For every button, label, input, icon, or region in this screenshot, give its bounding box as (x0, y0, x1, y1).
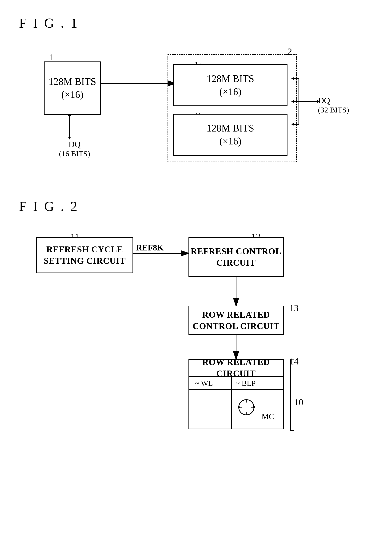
box-1a: 128M BITS (×16) (173, 64, 287, 106)
blp-tilde: ~ (236, 379, 240, 388)
box13-text: ROW RELATED CONTROL CIRCUIT (193, 309, 280, 332)
box-14-header: ROW RELATED CIRCUIT (189, 359, 284, 376)
wl-tilde: ~ (195, 379, 199, 388)
svg-marker-6 (68, 137, 71, 139)
ref-1: 1 (49, 52, 54, 62)
box-11: REFRESH CYCLE SETTING CIRCUIT (36, 237, 133, 273)
fig2-diagram: 11 REFRESH CYCLE SETTING CIRCUIT REF8K 1… (30, 226, 392, 483)
mc-transistor-svg (235, 396, 258, 419)
box12-text: REFRESH CONTROL CIRCUIT (191, 246, 281, 269)
wl-label: WL (201, 379, 213, 388)
box-1b: 128M BITS (×16) (173, 114, 287, 156)
box-12: REFRESH CONTROL CIRCUIT (189, 237, 284, 277)
box1a-text: 128M BITS (×16) (207, 72, 254, 98)
memory-cell-area: MC (189, 389, 284, 429)
fig1-title: F I G . 1 (19, 15, 373, 31)
wl-blp-row: ~ WL ~ BLP (189, 376, 284, 389)
ref-13: 13 (289, 303, 299, 313)
box1b-text: 128M BITS (×16) (207, 122, 254, 147)
box14-text: ROW RELATED CIRCUIT (189, 356, 283, 379)
bracket-10-svg (288, 359, 300, 431)
fig2-title: F I G . 2 (19, 199, 373, 214)
blp-label: BLP (242, 379, 255, 388)
fig1-section: F I G . 1 (19, 15, 373, 176)
fig2-section: F I G . 2 11 REFRES (19, 199, 373, 483)
box11-text: REFRESH CYCLE SETTING CIRCUIT (44, 244, 126, 267)
page: F I G . 1 (0, 0, 392, 554)
ref-2: 2 (287, 46, 292, 57)
mc-label: MC (262, 412, 274, 421)
dq1-label: DQ (16 BITS) (59, 139, 90, 158)
dq2-label: DQ (32 BITS) (318, 96, 349, 114)
box-1: 128M BITS (×16) (44, 62, 101, 115)
box1-text: 128M BITS (×16) (49, 75, 96, 101)
fig1-diagram: 1 128M BITS (×16) DQ (16 BITS) 2 1a (38, 42, 381, 176)
ref8k-label: REF8K (136, 243, 164, 253)
box-13: ROW RELATED CONTROL CIRCUIT (189, 306, 284, 335)
